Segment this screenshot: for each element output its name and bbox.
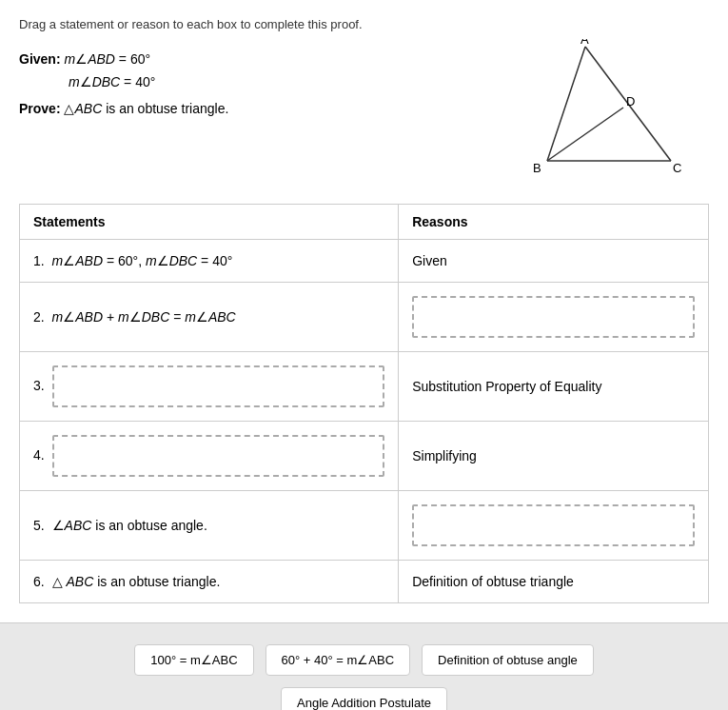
row-num-1: 1. <box>33 253 45 268</box>
prove-value: △ABC is an obtuse triangle. <box>64 101 228 116</box>
stmt-6: 6. △ ABC is an obtuse triangle. <box>20 561 399 603</box>
drag-item-3[interactable]: Definition of obtuse angle <box>422 644 594 676</box>
stmt-text-1: m∠ABD = 60°, m∠DBC = 40° <box>52 253 233 268</box>
drop-box-stmt-4[interactable] <box>52 435 384 477</box>
rsn-text-4: Simplifying <box>412 448 477 463</box>
table-header: Statements Reasons <box>20 205 709 240</box>
prove-line: Prove: △ABC is an obtuse triangle. <box>19 98 519 121</box>
stmt-5: 5. ∠ABC is an obtuse angle. <box>20 491 399 561</box>
row-num-5: 5. <box>33 518 45 533</box>
table-row: 2. m∠ABD + m∠DBC = m∠ABC <box>20 283 709 352</box>
col-reasons: Reasons <box>399 205 709 240</box>
main-content: Drag a statement or reason to each box t… <box>0 0 728 622</box>
stmt-text-5: ∠ABC is an obtuse angle. <box>52 518 207 533</box>
drag-items-row1: 100° = m∠ABC 60° + 40° = m∠ABC Definitio… <box>134 644 594 676</box>
triangle-diagram: A B C D <box>528 39 699 187</box>
given-line1: Given: m∠ABD = 60° <box>19 49 519 71</box>
svg-line-3 <box>547 108 623 161</box>
stmt-4-dashed[interactable]: 4. <box>20 422 399 491</box>
table-row: 5. ∠ABC is an obtuse angle. <box>20 491 709 561</box>
label-D: D <box>626 94 635 108</box>
table-row: 4. Simplifying <box>20 422 709 491</box>
proof-table: Statements Reasons 1. m∠ABD = 60°, m∠DBC… <box>19 204 709 603</box>
row-num-6: 6. <box>33 574 45 589</box>
rsn-text-3: Substitution Property of Equality <box>412 379 601 394</box>
drop-box-rsn-5[interactable] <box>412 504 695 546</box>
prove-label: Prove: <box>19 101 61 116</box>
drag-item-4[interactable]: Angle Addition Postulate <box>281 687 447 710</box>
given-text: Given: m∠ABD = 60° m∠DBC = 40° Prove: △A… <box>19 49 519 120</box>
table-row: 3. Substitution Property of Equality <box>20 352 709 422</box>
table-row: 1. m∠ABD = 60°, m∠DBC = 40° Given <box>20 240 709 283</box>
rsn-text-6: Definition of obtuse triangle <box>412 574 574 589</box>
col-statements: Statements <box>20 205 399 240</box>
given-line2: m∠DBC = 40° <box>69 71 519 94</box>
drag-items-row2: Angle Addition Postulate <box>281 687 447 710</box>
rsn-3: Substitution Property of Equality <box>399 352 709 422</box>
rsn-5-dashed[interactable] <box>399 491 709 561</box>
rsn-1: Given <box>399 240 709 283</box>
row-num-2: 2. <box>33 309 45 325</box>
drop-box-rsn-2[interactable] <box>412 296 695 338</box>
label-B: B <box>533 161 541 175</box>
rsn-4: Simplifying <box>399 422 709 491</box>
drag-item-2[interactable]: 60° + 40° = m∠ABC <box>266 644 411 676</box>
rsn-2-dashed[interactable] <box>399 283 709 352</box>
label-C: C <box>673 161 681 175</box>
drag-item-1[interactable]: 100° = m∠ABC <box>134 644 253 676</box>
given-value1: m∠ABD = 60° <box>64 51 150 67</box>
label-A: A <box>580 39 589 47</box>
stmt-text-2: m∠ABD + m∠DBC = m∠ABC <box>52 309 236 325</box>
row-num-4: 4. <box>33 447 45 463</box>
bottom-bar: 100° = m∠ABC 60° + 40° = m∠ABC Definitio… <box>0 622 728 710</box>
row-num-3: 3. <box>33 378 45 393</box>
table-row: 6. △ ABC is an obtuse triangle. Definiti… <box>20 561 709 603</box>
stmt-2: 2. m∠ABD + m∠DBC = m∠ABC <box>20 283 399 352</box>
given-label: Given: <box>19 51 61 67</box>
rsn-text-1: Given <box>412 253 447 268</box>
rsn-6: Definition of obtuse triangle <box>399 561 709 603</box>
diagram-container: A B C D <box>519 39 709 187</box>
given-value2: m∠DBC = 40° <box>69 74 155 89</box>
stmt-text-6: △ ABC is an obtuse triangle. <box>52 574 221 589</box>
instruction: Drag a statement or reason to each box t… <box>19 17 709 31</box>
drop-box-stmt-3[interactable] <box>52 365 384 407</box>
given-section: Given: m∠ABD = 60° m∠DBC = 40° Prove: △A… <box>19 49 709 187</box>
stmt-1: 1. m∠ABD = 60°, m∠DBC = 40° <box>20 240 399 283</box>
svg-line-0 <box>547 47 585 161</box>
stmt-3-dashed[interactable]: 3. <box>20 352 399 422</box>
